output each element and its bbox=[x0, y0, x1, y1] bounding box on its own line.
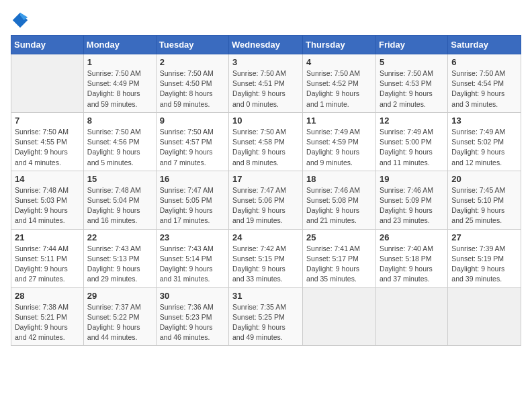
day-number: 15 bbox=[87, 174, 152, 184]
day-number: 16 bbox=[160, 174, 225, 184]
day-info: Sunrise: 7:39 AMSunset: 5:19 PMDaylight:… bbox=[451, 244, 517, 285]
day-number: 3 bbox=[232, 57, 299, 67]
day-number: 29 bbox=[87, 291, 152, 301]
calendar-cell: 20Sunrise: 7:45 AMSunset: 5:10 PMDayligh… bbox=[448, 171, 521, 229]
calendar-cell: 24Sunrise: 7:42 AMSunset: 5:15 PMDayligh… bbox=[229, 229, 303, 287]
day-number: 2 bbox=[160, 57, 225, 67]
day-number: 24 bbox=[232, 232, 299, 242]
calendar-cell: 4Sunrise: 7:50 AMSunset: 4:52 PMDaylight… bbox=[303, 54, 376, 113]
day-number: 17 bbox=[232, 174, 299, 184]
day-number: 21 bbox=[15, 232, 80, 242]
day-info: Sunrise: 7:43 AMSunset: 5:13 PMDaylight:… bbox=[87, 244, 152, 285]
day-number: 25 bbox=[306, 232, 372, 242]
weekday-header: Friday bbox=[375, 36, 447, 54]
day-info: Sunrise: 7:42 AMSunset: 5:15 PMDaylight:… bbox=[232, 244, 299, 285]
day-number: 4 bbox=[306, 57, 372, 67]
calendar-cell: 26Sunrise: 7:40 AMSunset: 5:18 PMDayligh… bbox=[375, 229, 447, 287]
logo-icon bbox=[11, 11, 30, 30]
day-number: 8 bbox=[87, 116, 152, 126]
day-info: Sunrise: 7:37 AMSunset: 5:22 PMDaylight:… bbox=[87, 302, 152, 343]
day-info: Sunrise: 7:50 AMSunset: 4:52 PMDaylight:… bbox=[306, 68, 372, 109]
calendar-cell: 22Sunrise: 7:43 AMSunset: 5:13 PMDayligh… bbox=[83, 229, 156, 287]
page-header bbox=[11, 11, 521, 30]
day-number: 1 bbox=[87, 57, 152, 67]
day-info: Sunrise: 7:46 AMSunset: 5:09 PMDaylight:… bbox=[380, 185, 444, 226]
calendar-cell: 23Sunrise: 7:43 AMSunset: 5:14 PMDayligh… bbox=[156, 229, 228, 287]
day-info: Sunrise: 7:50 AMSunset: 4:51 PMDaylight:… bbox=[232, 68, 299, 109]
calendar-cell: 29Sunrise: 7:37 AMSunset: 5:22 PMDayligh… bbox=[83, 287, 156, 346]
day-info: Sunrise: 7:40 AMSunset: 5:18 PMDaylight:… bbox=[380, 244, 444, 285]
calendar-cell: 3Sunrise: 7:50 AMSunset: 4:51 PMDaylight… bbox=[229, 54, 303, 113]
day-info: Sunrise: 7:50 AMSunset: 4:53 PMDaylight:… bbox=[380, 68, 444, 109]
day-number: 27 bbox=[451, 232, 517, 242]
day-number: 22 bbox=[87, 232, 152, 242]
calendar-cell: 21Sunrise: 7:44 AMSunset: 5:11 PMDayligh… bbox=[11, 229, 84, 287]
day-info: Sunrise: 7:46 AMSunset: 5:08 PMDaylight:… bbox=[306, 185, 372, 226]
day-info: Sunrise: 7:50 AMSunset: 4:50 PMDaylight:… bbox=[160, 68, 225, 109]
calendar-cell bbox=[303, 287, 376, 346]
day-info: Sunrise: 7:45 AMSunset: 5:10 PMDaylight:… bbox=[451, 185, 517, 226]
day-info: Sunrise: 7:48 AMSunset: 5:04 PMDaylight:… bbox=[87, 185, 152, 226]
calendar-cell: 10Sunrise: 7:50 AMSunset: 4:58 PMDayligh… bbox=[229, 112, 303, 171]
weekday-header: Monday bbox=[83, 36, 156, 54]
day-number: 11 bbox=[306, 116, 372, 126]
calendar-cell: 6Sunrise: 7:50 AMSunset: 4:54 PMDaylight… bbox=[448, 54, 521, 113]
calendar-cell: 25Sunrise: 7:41 AMSunset: 5:17 PMDayligh… bbox=[303, 229, 376, 287]
day-info: Sunrise: 7:50 AMSunset: 4:55 PMDaylight:… bbox=[15, 127, 80, 168]
day-info: Sunrise: 7:35 AMSunset: 5:25 PMDaylight:… bbox=[232, 302, 299, 343]
calendar-week-row: 1Sunrise: 7:50 AMSunset: 4:49 PMDaylight… bbox=[11, 54, 521, 113]
calendar-cell: 15Sunrise: 7:48 AMSunset: 5:04 PMDayligh… bbox=[83, 171, 156, 229]
calendar-cell: 7Sunrise: 7:50 AMSunset: 4:55 PMDaylight… bbox=[11, 112, 84, 171]
calendar-cell: 30Sunrise: 7:36 AMSunset: 5:23 PMDayligh… bbox=[156, 287, 228, 346]
weekday-header: Saturday bbox=[448, 36, 521, 54]
calendar-header: SundayMondayTuesdayWednesdayThursdayFrid… bbox=[11, 36, 521, 54]
day-info: Sunrise: 7:36 AMSunset: 5:23 PMDaylight:… bbox=[160, 302, 225, 343]
calendar-cell: 9Sunrise: 7:50 AMSunset: 4:57 PMDaylight… bbox=[156, 112, 228, 171]
weekday-header: Tuesday bbox=[156, 36, 228, 54]
day-info: Sunrise: 7:49 AMSunset: 5:00 PMDaylight:… bbox=[380, 127, 444, 168]
day-number: 23 bbox=[160, 232, 225, 242]
calendar-cell: 18Sunrise: 7:46 AMSunset: 5:08 PMDayligh… bbox=[303, 171, 376, 229]
calendar-week-row: 28Sunrise: 7:38 AMSunset: 5:21 PMDayligh… bbox=[11, 287, 521, 346]
calendar-table: SundayMondayTuesdayWednesdayThursdayFrid… bbox=[11, 35, 521, 346]
calendar-week-row: 7Sunrise: 7:50 AMSunset: 4:55 PMDaylight… bbox=[11, 112, 521, 171]
day-info: Sunrise: 7:50 AMSunset: 4:57 PMDaylight:… bbox=[160, 127, 225, 168]
calendar-cell: 14Sunrise: 7:48 AMSunset: 5:03 PMDayligh… bbox=[11, 171, 84, 229]
calendar-cell: 16Sunrise: 7:47 AMSunset: 5:05 PMDayligh… bbox=[156, 171, 228, 229]
day-number: 5 bbox=[380, 57, 444, 67]
day-number: 26 bbox=[380, 232, 444, 242]
calendar-cell: 31Sunrise: 7:35 AMSunset: 5:25 PMDayligh… bbox=[229, 287, 303, 346]
day-info: Sunrise: 7:50 AMSunset: 4:49 PMDaylight:… bbox=[87, 68, 152, 109]
day-info: Sunrise: 7:50 AMSunset: 4:54 PMDaylight:… bbox=[451, 68, 517, 109]
calendar-body: 1Sunrise: 7:50 AMSunset: 4:49 PMDaylight… bbox=[11, 54, 521, 346]
day-number: 30 bbox=[160, 291, 225, 301]
logo bbox=[11, 11, 32, 30]
calendar-cell: 28Sunrise: 7:38 AMSunset: 5:21 PMDayligh… bbox=[11, 287, 84, 346]
day-info: Sunrise: 7:44 AMSunset: 5:11 PMDaylight:… bbox=[15, 244, 80, 285]
day-number: 6 bbox=[451, 57, 517, 67]
day-number: 14 bbox=[15, 174, 80, 184]
day-number: 28 bbox=[15, 291, 80, 301]
day-number: 20 bbox=[451, 174, 517, 184]
calendar-cell: 1Sunrise: 7:50 AMSunset: 4:49 PMDaylight… bbox=[83, 54, 156, 113]
weekday-header: Thursday bbox=[303, 36, 376, 54]
weekday-row: SundayMondayTuesdayWednesdayThursdayFrid… bbox=[11, 36, 521, 54]
day-info: Sunrise: 7:38 AMSunset: 5:21 PMDaylight:… bbox=[15, 302, 80, 343]
calendar-week-row: 21Sunrise: 7:44 AMSunset: 5:11 PMDayligh… bbox=[11, 229, 521, 287]
calendar-cell: 8Sunrise: 7:50 AMSunset: 4:56 PMDaylight… bbox=[83, 112, 156, 171]
calendar-cell: 5Sunrise: 7:50 AMSunset: 4:53 PMDaylight… bbox=[375, 54, 447, 113]
calendar-cell bbox=[448, 287, 521, 346]
day-info: Sunrise: 7:43 AMSunset: 5:14 PMDaylight:… bbox=[160, 244, 225, 285]
calendar-cell: 27Sunrise: 7:39 AMSunset: 5:19 PMDayligh… bbox=[448, 229, 521, 287]
calendar-cell bbox=[375, 287, 447, 346]
calendar-cell: 19Sunrise: 7:46 AMSunset: 5:09 PMDayligh… bbox=[375, 171, 447, 229]
day-info: Sunrise: 7:50 AMSunset: 4:56 PMDaylight:… bbox=[87, 127, 152, 168]
day-number: 12 bbox=[380, 116, 444, 126]
day-info: Sunrise: 7:47 AMSunset: 5:05 PMDaylight:… bbox=[160, 185, 225, 226]
day-number: 18 bbox=[306, 174, 372, 184]
day-info: Sunrise: 7:50 AMSunset: 4:58 PMDaylight:… bbox=[232, 127, 299, 168]
weekday-header: Sunday bbox=[11, 36, 84, 54]
day-info: Sunrise: 7:47 AMSunset: 5:06 PMDaylight:… bbox=[232, 185, 299, 226]
day-info: Sunrise: 7:49 AMSunset: 5:02 PMDaylight:… bbox=[451, 127, 517, 168]
day-number: 19 bbox=[380, 174, 444, 184]
